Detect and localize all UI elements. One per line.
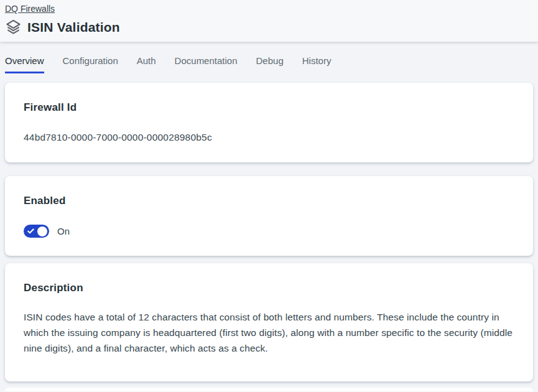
description-title: Description [24,282,514,294]
page-header: DQ Firewalls ISIN Validation [0,0,538,42]
tab-bar: Overview Configuration Auth Documentatio… [0,55,538,73]
tab-auth[interactable]: Auth [137,55,156,73]
description-card: Description ISIN codes have a total of 1… [5,263,533,381]
enabled-toggle-row: On [24,225,514,238]
title-row: ISIN Validation [5,19,533,35]
next-card-partial [5,388,533,391]
firewall-id-value: 44bd7810-0000-7000-0000-000028980b5c [24,132,514,143]
firewall-id-card: Firewall Id 44bd7810-0000-7000-0000-0000… [5,83,533,162]
check-icon [27,226,34,233]
enabled-title: Enabled [24,195,514,207]
enabled-toggle[interactable] [24,225,49,238]
breadcrumb[interactable]: DQ Firewalls [5,3,55,14]
tab-configuration[interactable]: Configuration [63,55,118,73]
page-title: ISIN Validation [27,20,120,35]
description-text: ISIN codes have a total of 12 characters… [24,309,514,356]
firewall-id-title: Firewall Id [24,101,514,114]
tab-overview[interactable]: Overview [5,55,44,73]
tab-documentation[interactable]: Documentation [175,55,238,73]
toggle-state-label: On [57,226,70,236]
tab-debug[interactable]: Debug [256,55,284,73]
toggle-knob [37,226,47,236]
main-content: Firewall Id 44bd7810-0000-7000-0000-0000… [0,73,538,381]
layers-icon [5,19,22,35]
tab-history[interactable]: History [302,55,332,73]
enabled-card: Enabled On [5,176,533,256]
